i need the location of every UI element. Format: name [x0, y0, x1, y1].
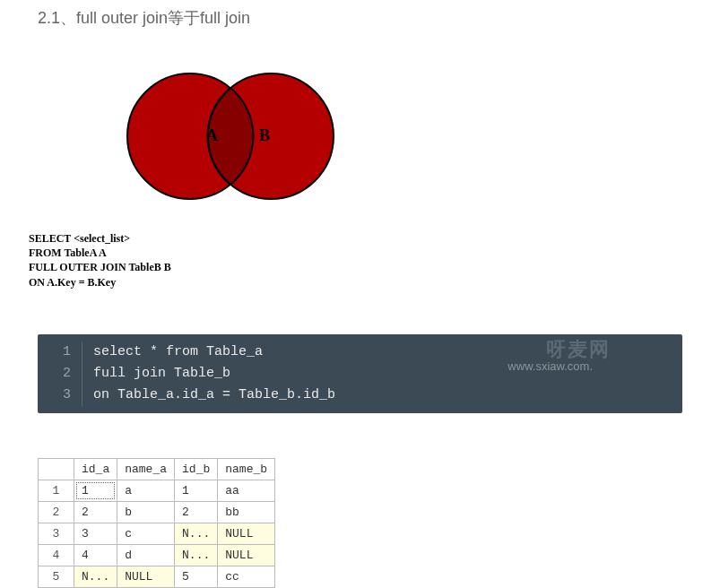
code-content: full join Table_b — [82, 363, 230, 385]
venn-diagram-block: A B SELECT <select_list> FROM TableA A F… — [29, 65, 709, 290]
table-header-row: id_a name_a id_b name_b — [39, 458, 275, 480]
table-corner — [39, 458, 74, 480]
cell-name-b: bb — [218, 501, 275, 523]
line-number: 2 — [38, 363, 82, 385]
table-row: 22b2bb — [39, 501, 275, 523]
cell-id-a: 3 — [74, 523, 117, 544]
sql-line: ON A.Key = B.Key — [29, 275, 709, 290]
cell-id-a: N... — [74, 566, 117, 587]
col-header: name_b — [218, 458, 275, 480]
col-header: id_a — [74, 458, 117, 480]
code-line: 3 on Table_a.id_a = Table_b.id_b — [38, 385, 682, 406]
line-number: 1 — [38, 342, 82, 363]
cell-id-b: N... — [175, 523, 218, 544]
venn-sql-text: SELECT <select_list> FROM TableA A FULL … — [29, 231, 709, 290]
row-number: 1 — [39, 480, 74, 501]
sql-line: SELECT <select_list> — [29, 231, 709, 246]
sql-line: FROM TableA A — [29, 246, 709, 260]
table-row: 33cN...NULL — [39, 523, 275, 544]
cell-name-a: NULL — [117, 566, 175, 587]
cell-name-b: NULL — [218, 523, 275, 544]
cell-id-b: 5 — [175, 566, 218, 587]
cell-name-a: b — [117, 501, 175, 523]
cell-name-a: c — [117, 523, 175, 544]
cell-name-b: NULL — [218, 544, 275, 566]
cell-id-b: 1 — [175, 480, 218, 501]
result-table: id_a name_a id_b name_b 11a1aa22b2bb33cN… — [38, 458, 275, 588]
cell-id-a: 2 — [74, 501, 117, 523]
row-number: 3 — [39, 523, 74, 544]
table-row: 11a1aa — [39, 480, 275, 501]
cell-id-a: 4 — [74, 544, 117, 566]
cell-name-a: a — [117, 480, 175, 501]
cell-name-a: d — [117, 544, 175, 566]
row-number: 2 — [39, 501, 74, 523]
code-content: select * from Table_a — [82, 342, 263, 363]
sql-line: FULL OUTER JOIN TableB B — [29, 260, 709, 274]
code-content: on Table_a.id_a = Table_b.id_b — [82, 385, 335, 406]
table-row: 44dN...NULL — [39, 544, 275, 566]
venn-diagram: A B — [29, 65, 369, 235]
venn-label-b: B — [259, 126, 270, 144]
cell-name-b: aa — [218, 480, 275, 501]
code-block: 呀麦网 www.sxiaw.com. 1 select * from Table… — [38, 334, 682, 413]
section-heading: 2.1、full outer join等于full join — [38, 7, 709, 29]
table-row: 5N...NULL5cc — [39, 566, 275, 587]
cell-id-a: 1 — [74, 480, 117, 501]
cell-id-b: 2 — [175, 501, 218, 523]
row-number: 5 — [39, 566, 74, 587]
code-line: 1 select * from Table_a — [38, 342, 682, 363]
cell-id-b: N... — [175, 544, 218, 566]
row-number: 4 — [39, 544, 74, 566]
line-number: 3 — [38, 385, 82, 406]
cell-name-b: cc — [218, 566, 275, 587]
venn-label-a: A — [206, 126, 218, 144]
code-line: 2 full join Table_b — [38, 363, 682, 385]
col-header: id_b — [175, 458, 218, 480]
col-header: name_a — [117, 458, 175, 480]
